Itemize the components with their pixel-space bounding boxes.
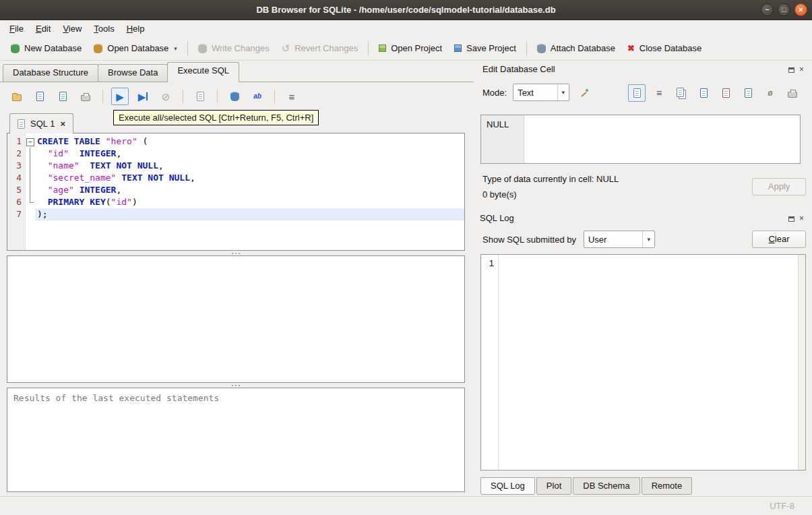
tab-browse-data[interactable]: Browse Data [98,64,168,82]
submitted-by-select[interactable]: User ▾ [584,231,655,248]
find-replace-button[interactable]: ab [249,88,266,105]
line-number: 4 [7,172,25,184]
dock-close-icon[interactable]: × [799,65,804,73]
cell-size-info: 0 byte(s) [482,189,517,200]
code-line[interactable]: 6 PRIMARY KEY("id") [7,196,464,208]
line-number: 7 [7,208,25,220]
tab-sql-log[interactable]: SQL Log [480,477,535,495]
sql-toolbar: ▶ ▶ ⊘ ab ≡ [8,86,301,107]
maximize-icon[interactable]: □ [778,3,790,16]
save-sql-file-button[interactable] [31,88,49,105]
toolbar-separator [274,90,275,103]
close-icon[interactable]: × [794,3,807,16]
sql-log-filter-row: Show SQL submitted by User ▾ [482,231,655,248]
save-project-button[interactable]: Save Project [448,39,522,57]
button-label: New Database [24,43,82,53]
clear-button[interactable]: Clear [752,231,806,248]
save-results-button[interactable] [191,88,209,105]
code-text: "age" INTEGER, [35,184,464,196]
import-cell-button[interactable] [717,84,735,102]
window-controls: − □ × [761,3,807,16]
word-wrap-button[interactable]: ≡ [650,84,668,102]
export-cell-button[interactable] [739,84,757,102]
tab-plot[interactable]: Plot [536,477,571,495]
tab-remote[interactable]: Remote [642,477,693,495]
log-line-number: 1 [489,258,494,268]
menu-edit[interactable]: Edit [30,22,57,36]
save-cell-icon [700,88,708,98]
statusbar: UTF-8 [0,496,812,515]
toolbar-separator [183,90,183,103]
tab-db-schema[interactable]: DB Schema [573,477,639,495]
button-label: Save Project [466,43,516,53]
text-mode-button[interactable] [628,84,646,102]
sql-log-view[interactable]: 1 [480,254,806,471]
titlebar[interactable]: DB Browser for SQLite - /home/user/code/… [0,0,812,20]
cell-editor-toolbar: ≡ ø [628,84,801,102]
code-text: "secret_name" TEXT NOT NULL, [35,172,464,184]
sql-editor[interactable]: 1CREATE TABLE "hero" (2 "id" INTEGER,3 "… [7,133,465,251]
format-sql-button[interactable]: ≡ [283,88,301,105]
tab-execute-sql[interactable]: Execute SQL [167,62,239,82]
fold-marker-icon[interactable] [25,135,35,148]
close-database-button[interactable]: ✖ Close Database [621,39,708,57]
chevron-down-icon: ▾ [557,84,565,100]
scrollbar[interactable] [798,255,805,470]
code-line[interactable]: 4 "secret_name" TEXT NOT NULL, [7,172,464,184]
export-results-button[interactable] [226,88,243,105]
line-number: 6 [7,196,25,208]
dock-close-icon[interactable]: × [799,214,804,222]
apply-button: Apply [752,178,806,195]
code-line[interactable]: 7); [7,208,464,220]
attach-database-button[interactable]: Attach Database [531,39,621,57]
button-label: Open Project [391,43,442,53]
new-database-icon [11,46,20,53]
dock-float-icon[interactable] [788,67,794,73]
format-sql-icon: ≡ [289,92,295,102]
sql-tabbar: SQL 1 × [9,113,73,133]
open-project-button[interactable]: Open Project [373,39,448,57]
print-cell-button[interactable] [784,84,801,102]
splitter-handle[interactable] [7,251,465,255]
code-line[interactable]: 2 "id" INTEGER, [7,148,464,160]
print-sql-button[interactable] [77,88,94,105]
button-label: Write Changes [212,43,270,53]
copy-cell-button[interactable] [673,84,690,102]
execute-line-button[interactable]: ▶ [134,88,152,105]
window-title: DB Browser for SQLite - /home/user/code/… [256,5,555,15]
mode-select[interactable]: Text ▾ [513,84,569,101]
encoding-indicator: UTF-8 [770,501,794,511]
tooltip: Execute all/selected SQL [Ctrl+Return, F… [113,110,319,125]
code-line[interactable]: 1CREATE TABLE "hero" ( [7,135,464,148]
fold-guide [25,196,35,208]
open-database-button[interactable]: Open Database ▾ [88,39,183,57]
cell-value-editor[interactable]: NULL [480,115,801,164]
cell-mode-row: Mode: Text ▾ [482,84,593,101]
sql-tab-close-icon[interactable]: × [60,119,65,129]
dock-float-icon[interactable] [788,216,794,222]
code-line[interactable]: 3 "name" TEXT NOT NULL, [7,160,464,172]
results-grid[interactable] [7,255,465,383]
open-sql-file-button[interactable] [8,88,26,105]
sql-tab-1[interactable]: SQL 1 × [9,113,73,133]
menu-help[interactable]: Help [121,22,151,36]
new-database-button[interactable]: New Database [5,39,88,57]
tooltip-text: Execute all/selected SQL [Ctrl+Return, F… [119,113,313,123]
auto-format-button[interactable] [575,84,593,101]
minimize-icon[interactable]: − [761,3,774,16]
splitter-handle[interactable] [7,383,465,388]
save-sql-file-as-button[interactable] [54,88,71,105]
sql-editor-lines: 1CREATE TABLE "hero" (2 "id" INTEGER,3 "… [7,133,464,220]
menu-view[interactable]: View [57,22,88,36]
execute-all-button[interactable]: ▶ [111,88,129,105]
set-null-button[interactable]: ø [761,84,779,102]
dropdown-arrow-icon[interactable]: ▾ [174,45,177,52]
save-cell-button[interactable] [695,84,712,102]
menubar: File Edit View Tools Help [0,20,812,36]
code-line[interactable]: 5 "age" INTEGER, [7,184,464,196]
sql-log-gutter: 1 [481,255,499,470]
results-message-pane[interactable]: Results of the last executed statements [7,388,465,492]
menu-file[interactable]: File [3,22,30,36]
menu-tools[interactable]: Tools [88,22,120,36]
tab-database-structure[interactable]: Database Structure [3,64,98,82]
